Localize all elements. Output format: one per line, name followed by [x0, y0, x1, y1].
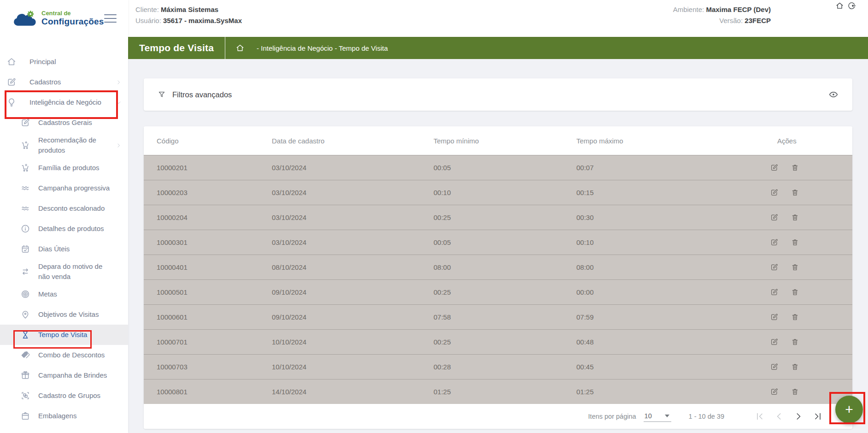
ambiente-label: Ambiente:: [673, 6, 704, 13]
toggle-visibility-button[interactable]: [828, 89, 839, 100]
delete-row-button[interactable]: [791, 238, 799, 247]
advanced-filters-toggle[interactable]: Filtros avançados: [158, 90, 232, 99]
edit-icon: [770, 288, 779, 297]
delete-row-button[interactable]: [791, 163, 799, 172]
sidebar-item-dias-uteis[interactable]: Dias Úteis: [0, 239, 128, 259]
sidebar-item-objetivos-de-visitas[interactable]: Objetivos de Visitas: [0, 304, 128, 325]
delete-row-button[interactable]: [791, 313, 799, 321]
cell-codigo: 10000701: [157, 338, 272, 346]
tags-icon: [20, 350, 30, 360]
delete-row-button[interactable]: [791, 387, 799, 396]
breadcrumb-home-icon[interactable]: [235, 43, 245, 53]
sidebar-item-label: Combo de Descontos: [38, 350, 105, 360]
edit-row-button[interactable]: [770, 238, 779, 247]
next-page-button[interactable]: [793, 411, 803, 421]
package-icon: [20, 411, 30, 421]
items-per-page-select[interactable]: 10: [644, 411, 671, 422]
sidebar-header: Central de Configurações: [0, 0, 128, 37]
environment-info: Ambiente: Maxima FECP (Dev) Versão: 23FE…: [673, 4, 771, 26]
delete-row-button[interactable]: [791, 263, 799, 272]
row-actions: [770, 313, 852, 321]
table-body: 1000020103/10/202400:0500:071000020303/1…: [144, 155, 852, 404]
delete-row-button[interactable]: [791, 288, 799, 297]
table-row: 1000040108/10/202408:0008:00: [144, 255, 852, 279]
main-area: Cliente: Máxima Sistemas Usuário: 35617 …: [128, 0, 868, 433]
cell-codigo: 10000203: [157, 189, 272, 196]
sidebar-item-inteligencia-de-negocio[interactable]: Inteligência de Negócio: [0, 92, 128, 113]
sidebar-item-tempo-de-visita[interactable]: Tempo de Visita: [0, 325, 128, 345]
first-page-icon: [755, 411, 765, 421]
cell-tempo-maximo: 00:30: [576, 214, 770, 221]
funnel-icon: [158, 90, 166, 99]
cell-data-cadastro: 03/10/2024: [272, 189, 434, 196]
sidebar-item-familia-de-produtos[interactable]: Família de produtos: [0, 158, 128, 178]
table-row: 1000060109/10/202407:5807:59: [144, 304, 852, 329]
eye-icon: [828, 89, 839, 100]
sidebar-item-label: Embalagens: [38, 411, 76, 421]
edit-row-button[interactable]: [770, 387, 779, 396]
cell-codigo: 10000801: [157, 388, 272, 396]
app-logo-text: Central de Configurações: [41, 10, 104, 26]
last-page-button[interactable]: [813, 411, 823, 421]
edit-row-button[interactable]: [770, 362, 779, 371]
swap-arrows-icon: [20, 267, 30, 277]
edit-row-button[interactable]: [770, 288, 779, 297]
cell-tempo-minimo: 00:25: [434, 288, 576, 296]
sidebar-item-cadastros[interactable]: Cadastros: [0, 72, 128, 92]
delete-row-button[interactable]: [791, 362, 799, 371]
cliente-label: Cliente:: [135, 6, 159, 13]
usuario-label: Usuário:: [135, 17, 161, 24]
calendar-check-icon: [20, 244, 30, 254]
add-button[interactable]: +: [835, 396, 863, 423]
sidebar-item-desconto-escalonado[interactable]: Desconto escalonado: [0, 198, 128, 219]
advanced-filters-label: Filtros avançados: [172, 90, 232, 99]
edit-row-button[interactable]: [770, 213, 779, 222]
edit-icon: [770, 238, 779, 247]
edit-icon: [770, 338, 779, 346]
sidebar-item-detalhes-de-produtos[interactable]: Detalhes de produtos: [0, 219, 128, 239]
sidebar-item-label: Recomendação de produtos: [38, 135, 111, 155]
sidebar-item-metas[interactable]: Metas: [0, 284, 128, 304]
sidebar-item-combo-de-descontos[interactable]: Combo de Descontos: [0, 345, 128, 365]
column-header-tempo-maximo: Tempo máximo: [576, 137, 770, 145]
sidebar-item-depara-do-motivo-de-nao-venda[interactable]: Depara do motivo de não venda: [0, 259, 128, 284]
edit-icon: [770, 263, 779, 272]
edit-row-button[interactable]: [770, 188, 779, 197]
hourglass-icon: [20, 330, 30, 340]
sidebar-item-campanha-de-brindes[interactable]: Campanha de Brindes: [0, 365, 128, 386]
delete-row-button[interactable]: [791, 188, 799, 197]
table-row: 1000080114/10/202401:2501:25: [144, 379, 852, 404]
edit-icon: [770, 362, 779, 371]
waves-icon: [20, 183, 30, 193]
edit-row-button[interactable]: [770, 163, 779, 172]
sidebar-item-recomendacao-de-produtos[interactable]: Recomendação de produtos: [0, 133, 128, 158]
menu-toggle-icon[interactable]: [104, 12, 117, 24]
table-row: 1000020103/10/202400:0500:07: [144, 155, 852, 180]
chevron-left-icon: [774, 411, 784, 421]
row-actions: [770, 163, 852, 172]
sidebar-item-label: Cadastros Gerais: [38, 118, 92, 128]
first-page-button[interactable]: [755, 411, 765, 421]
previous-page-button[interactable]: [774, 411, 784, 421]
gift-icon: [20, 370, 30, 380]
logout-icon: [847, 1, 856, 10]
edit-row-button[interactable]: [770, 338, 779, 346]
sidebar-item-cadastro-de-grupos[interactable]: Cadastro de Grupos: [0, 386, 128, 406]
cell-data-cadastro: 09/10/2024: [272, 313, 434, 321]
home-shortcut-icon[interactable]: [835, 1, 844, 10]
sidebar-item-principal[interactable]: Principal: [0, 52, 128, 72]
table-row: 1000070310/10/202400:2800:45: [144, 354, 852, 379]
lightbulb-icon: [6, 97, 17, 107]
cell-tempo-maximo: 00:10: [576, 238, 770, 246]
cell-codigo: 10000204: [157, 214, 272, 221]
delete-row-button[interactable]: [791, 213, 799, 222]
edit-row-button[interactable]: [770, 263, 779, 272]
trash-icon: [791, 313, 799, 321]
logout-icon[interactable]: [847, 1, 856, 10]
page-title: Tempo de Visita: [139, 42, 214, 53]
sidebar-item-embalagens[interactable]: Embalagens: [0, 406, 128, 426]
sidebar-item-campanha-progressiva[interactable]: Campanha progressiva: [0, 178, 128, 198]
edit-row-button[interactable]: [770, 313, 779, 321]
sidebar-item-cadastros-gerais[interactable]: Cadastros Gerais: [0, 113, 128, 133]
delete-row-button[interactable]: [791, 338, 799, 346]
